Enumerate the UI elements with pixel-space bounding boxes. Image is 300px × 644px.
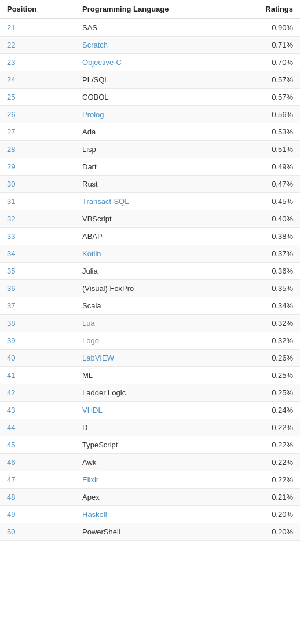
table-row: 23Objective-C0.70% [0,54,300,71]
row-language[interactable]: Dart [82,162,241,171]
header-rating: Ratings [241,5,293,13]
row-rating: 0.47% [241,180,293,188]
table-row: 29Dart0.49% [0,158,300,176]
row-language[interactable]: Awk [82,458,241,467]
row-language[interactable]: (Visual) FoxPro [82,284,241,293]
row-rating: 0.21% [241,493,293,501]
row-rating: 0.57% [241,75,293,84]
row-language[interactable]: COBOL [82,93,241,101]
row-position: 26 [7,110,82,119]
row-language[interactable]: PL/SQL [82,75,241,84]
row-position: 32 [7,214,82,223]
row-position: 24 [7,75,82,84]
row-language[interactable]: Rust [82,180,241,188]
row-rating: 0.40% [241,214,293,223]
row-position: 43 [7,406,82,414]
row-language[interactable]: Ada [82,128,241,136]
table-row: 22Scratch0.71% [0,37,300,54]
table-row: 31Transact-SQL0.45% [0,193,300,210]
row-position: 36 [7,284,82,293]
table-header: Position Programming Language Ratings [0,0,300,19]
row-language[interactable]: SAS [82,23,241,32]
row-position: 28 [7,145,82,154]
table-row: 39Logo0.32% [0,332,300,350]
row-language[interactable]: Kotlin [82,249,241,258]
row-rating: 0.35% [241,284,293,293]
row-position: 40 [7,354,82,362]
row-language[interactable]: D [82,423,241,432]
row-language[interactable]: Scala [82,301,241,310]
row-rating: 0.20% [241,527,293,536]
row-rating: 0.22% [241,458,293,467]
header-position: Position [7,5,82,13]
row-position: 49 [7,510,82,519]
row-rating: 0.32% [241,336,293,345]
row-rating: 0.51% [241,145,293,154]
row-language[interactable]: Prolog [82,110,241,119]
row-language[interactable]: Objective-C [82,58,241,67]
row-language[interactable]: Transact-SQL [82,197,241,206]
row-language[interactable]: PowerShell [82,527,241,536]
row-position: 41 [7,371,82,380]
table-row: 42Ladder Logic0.25% [0,384,300,402]
row-language[interactable]: VBScript [82,214,241,223]
table-row: 46Awk0.22% [0,454,300,471]
row-position: 42 [7,388,82,397]
row-position: 22 [7,41,82,49]
row-language[interactable]: TypeScript [82,441,241,449]
row-language[interactable]: Ladder Logic [82,388,241,397]
header-language: Programming Language [82,5,241,13]
row-position: 38 [7,319,82,328]
row-position: 34 [7,249,82,258]
table-row: 44D0.22% [0,419,300,436]
table-row: 26Prolog0.56% [0,106,300,123]
table-row: 24PL/SQL0.57% [0,71,300,89]
row-language[interactable]: Scratch [82,41,241,49]
table-body: 21SAS0.90%22Scratch0.71%23Objective-C0.7… [0,19,300,541]
table-row: 27Ada0.53% [0,123,300,141]
table-row: 21SAS0.90% [0,19,300,37]
table-row: 25COBOL0.57% [0,89,300,106]
row-language[interactable]: Julia [82,267,241,275]
row-rating: 0.53% [241,128,293,136]
row-language[interactable]: Haskell [82,510,241,519]
row-language[interactable]: Lua [82,319,241,328]
table-row: 30Rust0.47% [0,176,300,193]
table-row: 50PowerShell0.20% [0,523,300,541]
row-position: 46 [7,458,82,467]
row-language[interactable]: Elixir [82,475,241,484]
row-position: 23 [7,58,82,67]
row-position: 45 [7,441,82,449]
row-position: 37 [7,301,82,310]
row-position: 21 [7,23,82,32]
row-rating: 0.25% [241,371,293,380]
row-rating: 0.20% [241,510,293,519]
table-row: 37Scala0.34% [0,297,300,315]
row-rating: 0.26% [241,354,293,362]
table-row: 48Apex0.21% [0,489,300,506]
table-row: 41ML0.25% [0,367,300,384]
row-language[interactable]: VHDL [82,406,241,414]
row-language[interactable]: Apex [82,493,241,501]
row-rating: 0.22% [241,441,293,449]
row-position: 25 [7,93,82,101]
row-position: 33 [7,232,82,241]
row-language[interactable]: ML [82,371,241,380]
row-position: 44 [7,423,82,432]
row-rating: 0.45% [241,197,293,206]
row-position: 30 [7,180,82,188]
row-language[interactable]: LabVIEW [82,354,241,362]
row-language[interactable]: Lisp [82,145,241,154]
row-rating: 0.49% [241,162,293,171]
table-row: 47Elixir0.22% [0,471,300,489]
row-rating: 0.36% [241,267,293,275]
table-row: 28Lisp0.51% [0,141,300,158]
table-row: 49Haskell0.20% [0,506,300,523]
row-rating: 0.70% [241,58,293,67]
row-language[interactable]: ABAP [82,232,241,241]
row-rating: 0.22% [241,475,293,484]
row-rating: 0.24% [241,406,293,414]
row-position: 29 [7,162,82,171]
row-language[interactable]: Logo [82,336,241,345]
row-position: 47 [7,475,82,484]
